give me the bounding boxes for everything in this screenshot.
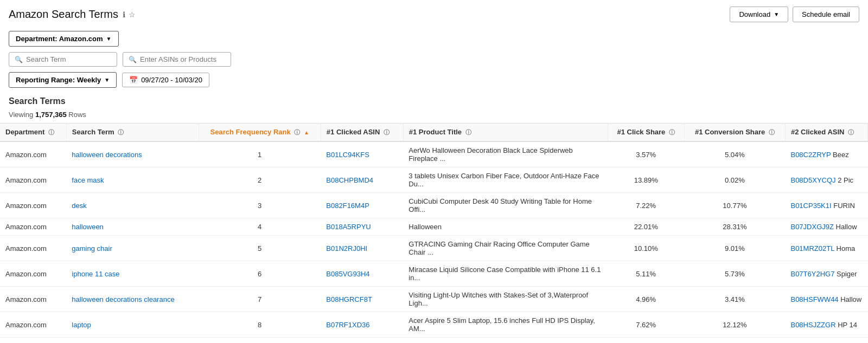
search-term-link[interactable]: iphone 11 case	[72, 270, 119, 278]
asin2-link[interactable]: B08C2ZRYP	[790, 151, 831, 159]
cell-click-share1: 4.96%	[608, 287, 684, 312]
search-term-link[interactable]: face mask	[72, 176, 104, 184]
cell-search-term: face mask	[66, 167, 199, 193]
col-header-product-title1: #1 Product Title ⓘ	[403, 124, 608, 141]
cell-title1: 3 tablets Unisex Carbon Fiber Face, Outd…	[403, 167, 608, 193]
search-term-link[interactable]: desk	[72, 202, 86, 210]
cell-click-share1: 7.62%	[608, 312, 684, 338]
col-header-click-share1: #1 Click Share ⓘ	[608, 124, 684, 141]
asin1-link[interactable]: B08HGRCF8T	[326, 295, 372, 303]
asin1-link[interactable]: B01LC94KFS	[326, 151, 369, 159]
asin1-link[interactable]: B018A5RPYU	[326, 223, 371, 231]
cell-department: Amazon.com	[0, 236, 66, 261]
cell-rank: 5	[199, 236, 321, 261]
filters-area: Department: Amazon.com ▼ 🔍 🔍 Reporting R…	[0, 27, 868, 92]
table-row: Amazon.com halloween decorations clearan…	[0, 287, 868, 312]
cell-asin2: B08HSJZZGR HP 14	[785, 312, 867, 338]
cell-click-share1: 3.57%	[608, 141, 684, 167]
table-row: Amazon.com gaming chair 5 B01N2RJ0HI GTR…	[0, 236, 868, 261]
asin2-link[interactable]: B01CP35K1I	[790, 202, 831, 210]
table-body: Amazon.com halloween decorations 1 B01LC…	[0, 141, 868, 338]
page-header: Amazon Search Terms ℹ ☆ Download ▼ Sched…	[0, 0, 868, 27]
cell-conv-share1: 9.01%	[684, 236, 785, 261]
title1-info-icon[interactable]: ⓘ	[465, 129, 471, 135]
info-icon-btn[interactable]: ℹ	[123, 10, 125, 19]
cell-title1: Miracase Liquid Silicone Case Compatible…	[403, 261, 608, 287]
search-terms-table: Department ⓘ Search Term ⓘ Search Freque…	[0, 124, 868, 338]
cell-asin2: B08HSFWW44 Hallow	[785, 287, 867, 312]
star-icon-btn[interactable]: ☆	[129, 10, 136, 19]
cell-asin1: B01N2RJ0HI	[321, 236, 403, 261]
cell-conv-share1: 5.04%	[684, 141, 785, 167]
conv-share1-info-icon[interactable]: ⓘ	[769, 129, 775, 135]
department-dropdown[interactable]: Department: Amazon.com ▼	[9, 31, 119, 47]
cell-title1: Acer Aspire 5 Slim Laptop, 15.6 inches F…	[403, 312, 608, 338]
click-share1-info-icon[interactable]: ⓘ	[669, 129, 675, 135]
col-header-frequency-rank[interactable]: Search Frequency Rank ⓘ ▲	[199, 124, 321, 141]
asin2-info-icon[interactable]: ⓘ	[848, 129, 854, 135]
asin2-link[interactable]: B01MRZ02TL	[790, 244, 834, 253]
cell-search-term: gaming chair	[66, 236, 199, 261]
department-info-icon[interactable]: ⓘ	[48, 129, 54, 135]
asin2-link[interactable]: B07T6Y2HG7	[790, 270, 834, 278]
asin1-link[interactable]: B01N2RJ0HI	[326, 244, 367, 253]
asin1-link[interactable]: B085VG93H4	[326, 270, 369, 278]
dept-dropdown-arrow: ▼	[106, 36, 112, 42]
cell-rank: 2	[199, 167, 321, 193]
calendar-icon: 📅	[129, 76, 138, 84]
asin-input[interactable]	[140, 55, 225, 63]
reporting-range-dropdown[interactable]: Reporting Range: Weekly ▼	[9, 72, 117, 88]
cell-title1: AerWo Halloween Decoration Black Lace Sp…	[403, 141, 608, 167]
date-range-button[interactable]: 📅 09/27/20 - 10/03/20	[122, 73, 209, 87]
cell-department: Amazon.com	[0, 312, 66, 338]
page-title: Amazon Search Terms	[9, 8, 118, 21]
table-container: Department ⓘ Search Term ⓘ Search Freque…	[0, 123, 868, 338]
section-title: Search Terms	[0, 92, 868, 108]
download-label: Download	[739, 10, 770, 18]
asin1-info-icon[interactable]: ⓘ	[384, 129, 390, 135]
search-term-info-icon[interactable]: ⓘ	[118, 129, 124, 135]
cell-title1: Halloween	[403, 218, 608, 236]
viewing-count-row: Viewing 1,757,365 Rows	[0, 108, 868, 123]
title-area: Amazon Search Terms ℹ ☆	[9, 8, 136, 21]
cell-search-term: laptop	[66, 312, 199, 338]
search-term-link[interactable]: halloween decorations clearance	[72, 295, 174, 303]
asin2-link[interactable]: B07JDXGJ9Z	[790, 223, 833, 231]
cell-conv-share1: 28.31%	[684, 218, 785, 236]
asin1-link[interactable]: B08CHPBMD4	[326, 176, 373, 184]
download-button[interactable]: Download ▼	[730, 7, 788, 22]
asin1-link[interactable]: B082F16M4P	[326, 202, 369, 210]
cell-rank: 4	[199, 218, 321, 236]
schedule-email-button[interactable]: Schedule email	[793, 7, 859, 22]
cell-asin2: B07T6Y2HG7 Spiger	[785, 261, 867, 287]
rank-info-icon[interactable]: ⓘ	[294, 129, 300, 135]
search-term-link[interactable]: gaming chair	[72, 244, 112, 253]
cell-rank: 7	[199, 287, 321, 312]
cell-click-share1: 10.10%	[608, 236, 684, 261]
table-row: Amazon.com halloween decorations 1 B01LC…	[0, 141, 868, 167]
filter-row-3: Reporting Range: Weekly ▼ 📅 09/27/20 - 1…	[9, 72, 859, 88]
cell-search-term: halloween decorations	[66, 141, 199, 167]
cell-asin1: B01LC94KFS	[321, 141, 403, 167]
cell-asin1: B085VG93H4	[321, 261, 403, 287]
search-term-link[interactable]: halloween	[72, 223, 104, 231]
cell-asin2: B08C2ZRYP Beez	[785, 141, 867, 167]
search-term-link[interactable]: laptop	[72, 321, 91, 329]
cell-click-share1: 22.01%	[608, 218, 684, 236]
asin-search-icon: 🔍	[129, 56, 137, 63]
col-header-department: Department ⓘ	[0, 124, 66, 141]
search-term-link[interactable]: halloween decorations	[72, 151, 142, 159]
col-header-conversion-share1: #1 Conversion Share ⓘ	[684, 124, 785, 141]
date-range-label: 09/27/20 - 10/03/20	[141, 76, 202, 84]
reporting-label: Reporting Range: Weekly	[16, 76, 101, 84]
cell-search-term: desk	[66, 193, 199, 218]
viewing-prefix: Viewing	[9, 111, 35, 119]
asin1-link[interactable]: B07RF1XD36	[326, 321, 369, 329]
cell-title1: CubiCubi Computer Desk 40 Study Writing …	[403, 193, 608, 218]
search-term-input[interactable]	[26, 55, 111, 63]
asin2-link[interactable]: B08D5XYCQJ	[790, 176, 835, 184]
cell-department: Amazon.com	[0, 167, 66, 193]
rank-sort-icon: ▲	[304, 130, 309, 135]
asin2-link[interactable]: B08HSFWW44	[790, 295, 838, 303]
asin2-link[interactable]: B08HSJZZGR	[790, 321, 835, 329]
